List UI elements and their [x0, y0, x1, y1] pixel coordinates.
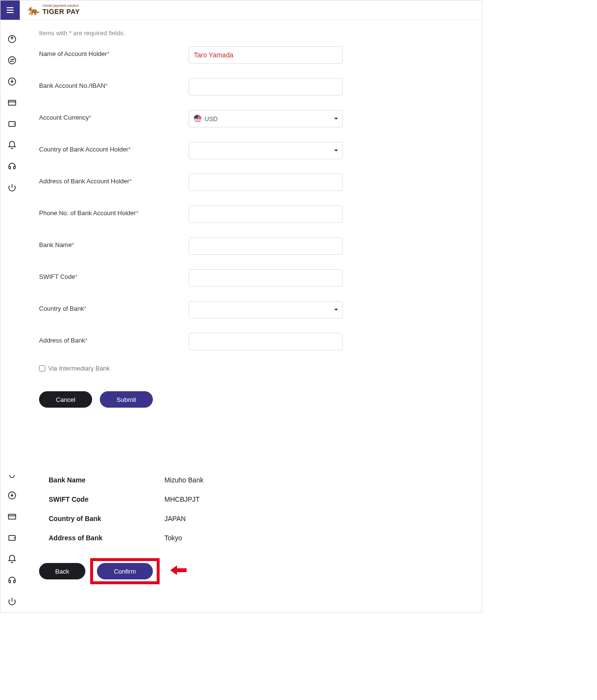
top-header: 🐅 Global payment solution TIGER PAY: [0, 0, 482, 20]
confirm-label-country-bank: Country of Bank: [49, 515, 164, 522]
nav-wallet-icon[interactable]: [0, 527, 24, 549]
nav-card-icon[interactable]: [0, 92, 24, 113]
nav-power-icon[interactable]: [0, 177, 24, 198]
input-swift[interactable]: [189, 269, 343, 287]
select-country-bank[interactable]: [189, 301, 343, 318]
label-phone-holder: Phone No. of Bank Account Holder*: [39, 206, 189, 217]
main-content: Items with * are required fields. Name o…: [24, 20, 482, 422]
label-bank-name: Bank Name*: [39, 237, 189, 248]
nav-bell-icon[interactable]: [0, 549, 24, 570]
submit-button[interactable]: Submit: [100, 391, 153, 408]
brand-tagline: Global payment solution: [42, 4, 80, 7]
input-bank-account-no[interactable]: [189, 78, 343, 96]
input-address-bank[interactable]: [189, 333, 343, 350]
confirm-value-bank-name: Mizuho Bank: [164, 476, 204, 484]
confirm-value-address-bank: Tokyo: [164, 534, 182, 542]
nav-power-icon[interactable]: [0, 591, 24, 612]
confirm-summary: Bank Name Mizuho Bank SWIFT Code MHCBJPJ…: [39, 466, 260, 552]
back-button[interactable]: Back: [39, 563, 85, 579]
nav-support-icon[interactable]: [0, 156, 24, 177]
arrow-left-icon: [170, 564, 187, 578]
confirm-label-swift: SWIFT Code: [49, 495, 164, 503]
select-account-currency[interactable]: USD: [189, 110, 343, 127]
chevron-down-icon: [334, 309, 338, 311]
hamburger-menu-button[interactable]: [0, 0, 20, 20]
confirm-value-swift: MHCBJPJT: [164, 495, 200, 503]
checkbox-intermediary-bank[interactable]: [39, 365, 45, 371]
label-address-holder: Address of Bank Account Holder*: [39, 174, 189, 185]
confirm-highlight-box: Confirm: [90, 558, 160, 584]
chevron-down-icon: [334, 150, 338, 151]
required-fields-note: Items with * are required fields.: [39, 26, 414, 46]
brand-name: TIGER PAY: [42, 8, 80, 15]
nav-partial-icon[interactable]: [0, 466, 24, 485]
label-country-holder: Country of Bank Account Holder*: [39, 142, 189, 153]
nav-withdraw-icon[interactable]: [0, 485, 24, 506]
confirm-label-address-bank: Address of Bank: [49, 534, 164, 542]
input-address-holder[interactable]: [189, 174, 343, 191]
confirm-content: Bank Name Mizuho Bank SWIFT Code MHCBJPJ…: [24, 466, 482, 612]
svg-point-1: [9, 57, 16, 64]
svg-rect-6: [9, 514, 16, 519]
cancel-button[interactable]: Cancel: [39, 391, 92, 408]
confirm-value-country-bank: JAPAN: [164, 515, 186, 522]
label-country-bank: Country of Bank*: [39, 301, 189, 312]
input-phone-holder[interactable]: [189, 206, 343, 223]
nav-bell-icon[interactable]: [0, 135, 24, 156]
chevron-down-icon: [334, 118, 338, 120]
sidebar-nav: [0, 20, 24, 422]
confirm-button-bar: Back Confirm: [39, 558, 482, 584]
label-account-holder: Name of Account Holder*: [39, 46, 189, 57]
sidebar-nav-confirm: [0, 466, 24, 612]
input-account-holder[interactable]: [189, 46, 343, 64]
confirm-label-bank-name: Bank Name: [49, 476, 164, 484]
us-flag-icon: [194, 115, 202, 123]
label-intermediary-bank: Via Intermediary Bank: [48, 365, 110, 372]
label-account-currency: Account Currency*: [39, 110, 189, 121]
input-bank-name[interactable]: [189, 237, 343, 255]
bank-form: Items with * are required fields. Name o…: [39, 26, 414, 382]
select-country-holder[interactable]: [189, 142, 343, 159]
confirm-button[interactable]: Confirm: [97, 563, 153, 579]
nav-card-icon[interactable]: [0, 506, 24, 527]
hamburger-icon: [7, 10, 14, 11]
label-bank-account-no: Bank Account No./IBAN*: [39, 78, 189, 89]
nav-exchange-icon[interactable]: [0, 50, 24, 71]
svg-rect-3: [9, 100, 16, 105]
nav-wallet-icon[interactable]: [0, 113, 24, 135]
nav-deposit-icon[interactable]: [0, 28, 24, 50]
form-button-bar: Cancel Submit: [39, 391, 482, 408]
label-swift: SWIFT Code*: [39, 269, 189, 280]
brand-logo[interactable]: 🐅 Global payment solution TIGER PAY: [27, 4, 80, 16]
label-address-bank: Address of Bank*: [39, 333, 189, 344]
tiger-icon: 🐅: [27, 4, 40, 16]
nav-support-icon[interactable]: [0, 570, 24, 591]
nav-withdraw-icon[interactable]: [0, 71, 24, 92]
